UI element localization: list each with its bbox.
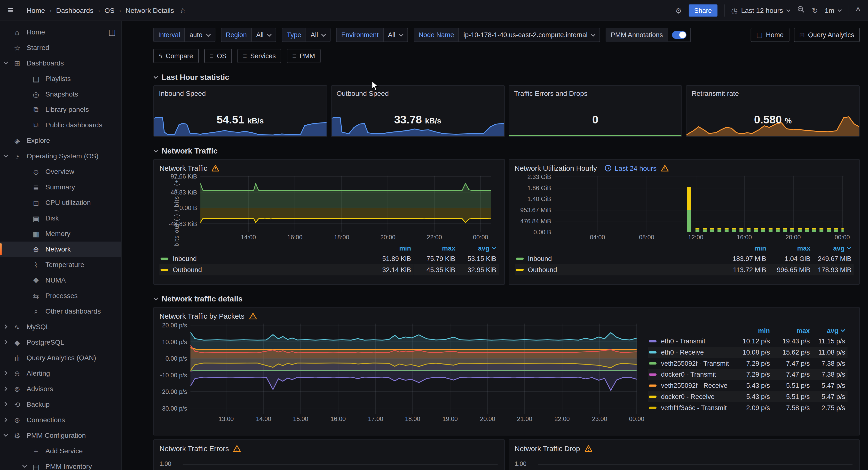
sidebar-item-alerting[interactable]: ⍾Alerting	[0, 366, 121, 381]
legend-series[interactable]: veth255092f - Receive	[648, 380, 731, 391]
sidebar-item-pmm-inventory[interactable]: ▤PMM Inventory	[0, 459, 121, 470]
chevron-right-icon[interactable]	[0, 324, 11, 330]
zoom-out-icon[interactable]	[798, 6, 805, 15]
sidebar-item-mysql[interactable]: ∿MySQL	[0, 319, 121, 335]
sidebar-item-summary[interactable]: ≣Summary	[0, 179, 121, 195]
sidebar-item-public-dashboards[interactable]: ⧉Public dashboards	[0, 117, 121, 133]
chevron-right-icon[interactable]	[0, 339, 11, 345]
chart-plot-area[interactable]	[554, 176, 843, 232]
sidebar-item-connections[interactable]: ⊛Connections	[0, 412, 121, 428]
panel-time-link[interactable]: Last 24 hours	[604, 164, 656, 172]
time-range-picker[interactable]: ◷ Last 12 hours	[731, 6, 791, 15]
legend-header-avg[interactable]: avg	[458, 243, 498, 253]
legend-series[interactable]: Inbound	[515, 253, 724, 264]
share-button[interactable]: Share	[689, 4, 717, 16]
legend-header-min[interactable]: min	[369, 243, 413, 253]
breadcrumb-item[interactable]: Dashboards	[56, 6, 94, 14]
chevron-right-icon[interactable]	[0, 370, 11, 376]
legend-header-min[interactable]: min	[724, 243, 768, 253]
legend-series[interactable]: eth0 - Receive	[648, 347, 731, 358]
refresh-interval-picker[interactable]: 1m	[825, 6, 842, 14]
chevron-right-icon[interactable]	[0, 386, 11, 392]
legend-series[interactable]: veth255092f - Transmit	[648, 358, 731, 369]
sidebar-item-processes[interactable]: ⇆Processes	[0, 288, 121, 304]
sidebar-item-explore[interactable]: ◈Explore	[0, 133, 121, 148]
panel-title[interactable]: Network Traffic Drop	[515, 444, 580, 452]
sidebar-item-advisors[interactable]: ⊚Advisors	[0, 381, 121, 397]
breadcrumb-item[interactable]: Network Details	[126, 6, 174, 14]
section-last-hour-statistic[interactable]: Last Hour statistic	[153, 72, 860, 82]
sidebar-item-playlists[interactable]: ▤Playlists	[0, 71, 121, 86]
chart-plot-area[interactable]	[190, 324, 637, 414]
query-analytics-button[interactable]: ⊞Query Analytics	[794, 28, 860, 42]
sidebar-item-operating-system-os-[interactable]: ◔Operating System (OS)	[0, 148, 121, 164]
caret-up-icon[interactable]: ^	[856, 6, 860, 14]
legend-series[interactable]: eth0 - Transmit	[648, 336, 731, 347]
gear-icon[interactable]: ⚙	[675, 6, 682, 15]
stat-panel-title[interactable]: Inbound Speed	[159, 90, 206, 97]
sidebar-item-pmm-configuration[interactable]: ⚙PMM Configuration	[0, 428, 121, 443]
variable-value-dropdown[interactable]: ip-10-178-1-40.us-east-2.compute.interna…	[459, 28, 600, 42]
services-link-button[interactable]: ≡Services	[238, 49, 281, 63]
legend-series[interactable]: vethf1f3a6c - Transmit	[648, 402, 731, 413]
panel-title[interactable]: Network Traffic	[159, 164, 208, 172]
refresh-icon[interactable]: ↻	[812, 6, 818, 15]
warning-icon[interactable]	[249, 312, 257, 320]
section-network-traffic-details[interactable]: Network traffic details	[153, 294, 860, 304]
pmm-annotations-toggle[interactable]	[672, 31, 686, 39]
panel-title[interactable]: Network Traffic by Packets	[159, 312, 245, 320]
pmm-link-button[interactable]: ≡PMM	[287, 49, 320, 63]
legend-series[interactable]: Outbound	[515, 264, 724, 275]
chevron-right-icon[interactable]	[0, 401, 11, 407]
sidebar-item-library-panels[interactable]: ⧉Library panels	[0, 102, 121, 117]
variable-value-dropdown[interactable]: All	[306, 28, 331, 42]
panel-title[interactable]: Network Traffic Errors	[159, 444, 229, 452]
stat-panel-title[interactable]: Retransmit rate	[691, 90, 739, 97]
warning-icon[interactable]	[661, 165, 669, 172]
variable-value-dropdown[interactable]: All	[383, 28, 408, 42]
chevron-down-icon[interactable]	[19, 464, 30, 470]
legend-series[interactable]: docker0 - Receive	[648, 391, 731, 402]
os-link-button[interactable]: ≡OS	[204, 49, 232, 63]
warning-icon[interactable]	[212, 165, 220, 172]
chevron-down-icon[interactable]	[0, 60, 11, 66]
menu-icon[interactable]: ≡	[8, 5, 22, 16]
legend-header-avg[interactable]: avg	[813, 243, 854, 253]
legend-series[interactable]: Inbound	[159, 253, 369, 264]
compare-link-button[interactable]: ϟCompare	[153, 49, 199, 63]
sidebar-item-temperature[interactable]: ⌇Temperature	[0, 257, 121, 272]
chart-plot-area[interactable]	[200, 176, 491, 232]
sidebar-item-cpu-utilization[interactable]: ⊡CPU utilization	[0, 195, 121, 210]
legend-series[interactable]: docker0 - Transmit	[648, 369, 731, 380]
sidebar-item-backup[interactable]: ⟲Backup	[0, 397, 121, 412]
breadcrumb-item[interactable]: OS	[104, 6, 114, 14]
chevron-down-icon[interactable]	[0, 153, 11, 159]
favorite-star-icon[interactable]: ☆	[180, 6, 186, 14]
panel-title[interactable]: Network Utilization Hourly	[515, 164, 597, 172]
warning-icon[interactable]	[234, 445, 241, 452]
sidebar-item-starred[interactable]: ☆Starred	[0, 40, 121, 55]
chevron-down-icon[interactable]	[0, 433, 11, 438]
sidebar-item-other-dashboards[interactable]: ⌕Other dashboards	[0, 304, 121, 319]
sidebar-item-overview[interactable]: ⊙Overview	[0, 164, 121, 179]
legend-header-max[interactable]: max	[772, 326, 812, 336]
home-button[interactable]: ▤Home	[751, 28, 789, 42]
chevron-right-icon[interactable]	[0, 417, 11, 423]
sidebar-item-network[interactable]: ⊕Network	[0, 241, 121, 257]
legend-header-min[interactable]: min	[731, 326, 772, 336]
variable-value-dropdown[interactable]: auto	[185, 28, 215, 42]
sidebar-item-postgresql[interactable]: ◆PostgreSQL	[0, 335, 121, 350]
legend-header-max[interactable]: max	[413, 243, 458, 253]
sidebar-item-add-service[interactable]: +Add Service	[0, 443, 121, 459]
sidebar-item-numa[interactable]: ❖NUMA	[0, 272, 121, 288]
sidebar-item-disk[interactable]: ▣Disk	[0, 210, 121, 226]
section-network-traffic[interactable]: Network Traffic	[153, 146, 860, 156]
legend-header-max[interactable]: max	[768, 243, 813, 253]
legend-series[interactable]: Outbound	[159, 264, 369, 275]
warning-icon[interactable]	[585, 445, 592, 452]
sidebar-item-snapshots[interactable]: ◎Snapshots	[0, 86, 121, 102]
stat-panel-title[interactable]: Outbound Speed	[336, 90, 389, 97]
variable-value-dropdown[interactable]: All	[251, 28, 277, 42]
breadcrumb-item[interactable]: Home	[27, 6, 45, 14]
sidebar-item-query-analytics-qan-[interactable]: ılıQuery Analytics (QAN)	[0, 350, 121, 366]
